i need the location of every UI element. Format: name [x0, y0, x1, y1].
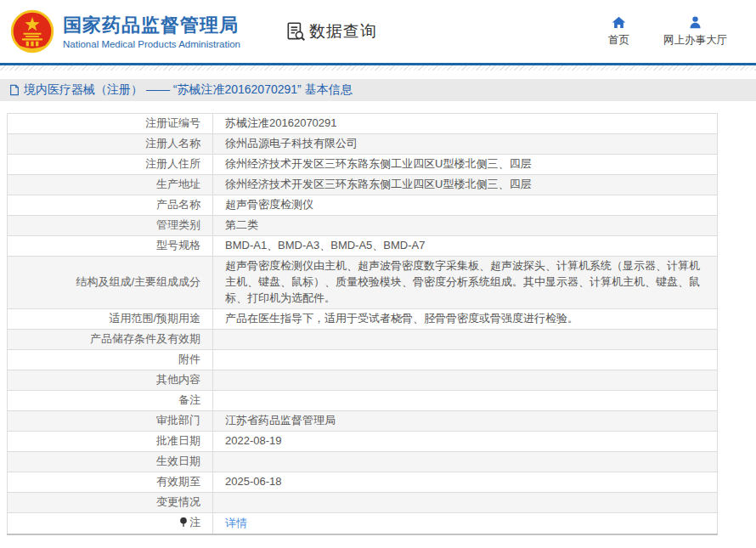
info-table: 注册证编号 苏械注准20162070291 注册人名称 徐州品源电子科技有限公司… — [7, 113, 718, 535]
row-label: 变更情况 — [8, 492, 213, 512]
row-label: 生效日期 — [8, 451, 213, 472]
table-row: 附件 — [8, 349, 718, 370]
nav-item-service-hall[interactable]: 网上办事大厅 — [663, 15, 727, 48]
row-label: 附件 — [8, 349, 213, 370]
page: 国家药品监督管理局 National Medical Products Admi… — [0, 0, 756, 548]
table-row-note: 注 详情 — [8, 512, 718, 534]
nav-home-label: 首页 — [608, 33, 629, 48]
row-label: 产品名称 — [8, 195, 213, 216]
row-value — [213, 349, 718, 370]
breadcrumb-text: 境内医疗器械（注册） —— “苏械注准20162070291” 基本信息 — [24, 82, 353, 98]
row-label: 其他内容 — [8, 370, 213, 390]
row-value: 超声骨密度检测仪由主机、超声波骨密度数字采集板、超声波探头、计算机系统（显示器、… — [213, 257, 718, 309]
table-row: 结构及组成/主要组成成分 超声骨密度检测仪由主机、超声波骨密度数字采集板、超声波… — [8, 257, 718, 309]
table-row: 审批部门 江苏省药品监督管理局 — [8, 410, 718, 431]
table-row: 生效日期 — [8, 451, 718, 472]
top-nav: 首页 网上办事大厅 — [608, 15, 742, 48]
row-label: 产品储存条件及有效期 — [8, 329, 213, 349]
table-row: 管理类别 第二类 — [8, 216, 718, 236]
data-query-label: 数据查询 — [309, 20, 377, 42]
site-title-block: 国家药品监督管理局 National Medical Products Admi… — [63, 14, 240, 50]
table-row: 适用范围/预期用途 产品在医生指导下，适用于受试者桡骨、胫骨骨密度或骨强度进行检… — [8, 308, 718, 329]
table-row: 有效期至 2025-06-18 — [8, 472, 718, 492]
row-value — [213, 492, 718, 512]
row-value: 江苏省药品监督管理局 — [213, 410, 718, 431]
row-value — [213, 390, 718, 410]
site-title: 国家药品监督管理局 — [63, 14, 240, 37]
site-header: 国家药品监督管理局 National Medical Products Admi… — [0, 0, 756, 63]
row-value: 产品在医生指导下，适用于受试者桡骨、胫骨骨密度或骨强度进行检验。 — [213, 308, 718, 329]
row-value: 超声骨密度检测仪 — [213, 195, 718, 216]
hatch-stripe — [0, 65, 756, 71]
row-label: 生产地址 — [8, 175, 213, 195]
row-label: 注册人名称 — [8, 134, 213, 155]
table-row: 注册证编号 苏械注准20162070291 — [8, 114, 718, 134]
row-label: 管理类别 — [8, 216, 213, 236]
row-label: 适用范围/预期用途 — [8, 308, 213, 329]
row-label: 型号规格 — [8, 236, 213, 257]
row-value — [213, 370, 718, 390]
row-value: 徐州品源电子科技有限公司 — [213, 134, 718, 155]
national-emblem-icon — [10, 9, 54, 54]
row-label: 审批部门 — [8, 410, 213, 431]
row-label: 注 — [189, 516, 200, 528]
table-row: 变更情况 — [8, 492, 718, 512]
table-row: 产品名称 超声骨密度检测仪 — [8, 195, 718, 216]
table-row: 其他内容 — [8, 370, 718, 390]
table-row: 批准日期 2022-08-19 — [8, 431, 718, 451]
row-value — [213, 451, 718, 472]
site-logo[interactable]: 国家药品监督管理局 National Medical Products Admi… — [10, 9, 240, 54]
document-search-icon — [285, 20, 307, 42]
home-icon — [612, 15, 626, 30]
row-label: 有效期至 — [8, 472, 213, 492]
row-value: BMD-A1、BMD-A3、BMD-A5、BMD-A7 — [213, 236, 718, 257]
row-value-note: 详情 — [213, 512, 718, 534]
row-label: 结构及组成/主要组成成分 — [8, 257, 213, 309]
row-value: 徐州经济技术开发区三环东路东侧工业四区U型楼北侧三、四层 — [213, 175, 718, 195]
document-icon — [8, 84, 20, 96]
breadcrumb: 境内医疗器械（注册） —— “苏械注准20162070291” 基本信息 — [0, 79, 756, 101]
row-label-note: 注 — [8, 512, 213, 534]
row-value: 2022-08-19 — [213, 431, 718, 451]
detail-link[interactable]: 详情 — [225, 517, 247, 529]
row-label: 注册证编号 — [8, 114, 213, 134]
registration-info: 注册证编号 苏械注准20162070291 注册人名称 徐州品源电子科技有限公司… — [7, 113, 749, 535]
row-value: 2025-06-18 — [213, 472, 718, 492]
user-icon — [688, 15, 702, 30]
row-value: 第二类 — [213, 216, 718, 236]
site-subtitle: National Medical Products Administration — [63, 39, 240, 49]
row-value: 徐州经济技术开发区三环东路东侧工业四区U型楼北侧三、四层 — [213, 155, 718, 175]
row-value — [213, 329, 718, 349]
nav-item-home[interactable]: 首页 — [608, 15, 629, 48]
nav-service-hall-label: 网上办事大厅 — [663, 33, 727, 48]
table-row: 产品储存条件及有效期 — [8, 329, 718, 349]
row-label: 注册人住所 — [8, 155, 213, 175]
table-row: 备注 — [8, 390, 718, 410]
row-value: 苏械注准20162070291 — [213, 114, 718, 134]
data-query-section[interactable]: 数据查询 — [285, 20, 377, 42]
row-label: 备注 — [8, 390, 213, 410]
table-row: 生产地址 徐州经济技术开发区三环东路东侧工业四区U型楼北侧三、四层 — [8, 175, 718, 195]
table-row: 注册人住所 徐州经济技术开发区三环东路东侧工业四区U型楼北侧三、四层 — [8, 155, 718, 175]
table-row: 注册人名称 徐州品源电子科技有限公司 — [8, 134, 718, 155]
note-pin-icon — [179, 517, 188, 533]
table-row: 型号规格 BMD-A1、BMD-A3、BMD-A5、BMD-A7 — [8, 236, 718, 257]
row-label: 批准日期 — [8, 431, 213, 451]
